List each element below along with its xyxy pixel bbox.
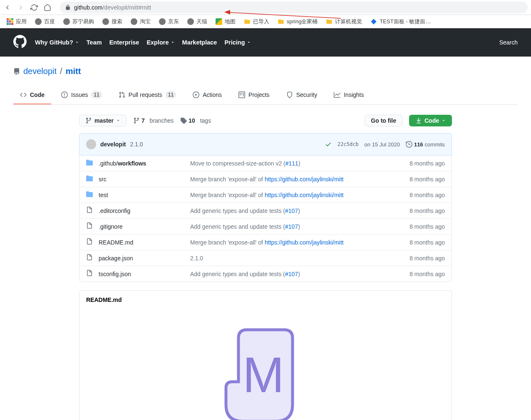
file-link[interactable]: .gitignore <box>99 223 190 230</box>
repo-icon <box>13 68 20 75</box>
file-icon <box>86 254 93 262</box>
file-row: .github/workflowsMove to compressed-size… <box>79 156 452 171</box>
tags-link[interactable]: 10 tags <box>180 117 211 124</box>
mitt-logo: M <box>222 326 309 420</box>
commits-link[interactable]: 116 commits <box>406 141 445 148</box>
browser-toolbar: github.com/developit/mitt#mitt <box>0 0 531 15</box>
avatar[interactable] <box>86 139 96 149</box>
repo-link[interactable]: mitt <box>66 67 81 76</box>
file-row: package.json2.1.08 months ago <box>79 250 452 266</box>
file-time: 8 months ago <box>409 176 445 183</box>
bookmark-item[interactable]: 京东 <box>156 16 182 27</box>
bookmark-item[interactable]: 天猫 <box>184 16 211 27</box>
back-button[interactable] <box>3 3 12 12</box>
history-icon <box>406 141 412 148</box>
readme-box: README.md M s://blog.c <box>79 290 452 420</box>
file-navigation: master 7 branches 10 tags Go to file Cod… <box>79 115 452 126</box>
tab-actions[interactable]: Actions <box>186 86 228 104</box>
nav-item[interactable]: Team <box>87 39 102 46</box>
commit-msg-link[interactable]: Move to compressed-size-action v2 (#111) <box>190 160 409 167</box>
nav-item[interactable]: Marketplace <box>182 39 217 46</box>
commit-msg-link[interactable]: Merge branch 'expose-all' of https://git… <box>190 239 409 246</box>
forward-button[interactable] <box>17 3 25 12</box>
url-host: github.com/developit/mitt#mitt <box>74 4 151 11</box>
download-icon <box>415 117 422 124</box>
commit-msg-link[interactable]: Merge branch 'expose-all' of https://git… <box>190 176 409 183</box>
commit-msg-link[interactable]: 2.1.0 <box>190 255 409 262</box>
tab-insights[interactable]: Insights <box>327 86 370 104</box>
bookmark-item[interactable]: 计算机视觉 <box>323 16 365 27</box>
bookmark-item[interactable]: 搜索 <box>99 16 126 27</box>
nav-item[interactable]: Enterprise <box>109 39 139 46</box>
branch-icon <box>85 117 92 124</box>
bookmark-item[interactable]: 已导入 <box>241 16 273 27</box>
file-time: 8 months ago <box>409 255 445 262</box>
file-link[interactable]: .editorconfig <box>99 208 190 214</box>
bookmark-item[interactable]: spring全家桶 <box>274 16 321 27</box>
bookmark-item[interactable]: 百度 <box>32 16 58 27</box>
folder-icon <box>86 191 93 199</box>
file-time: 8 months ago <box>409 208 445 214</box>
code-download-button[interactable]: Code <box>409 115 452 126</box>
tab-pull-requests[interactable]: Pull requests11 <box>112 86 183 104</box>
file-tree: .github/workflowsMove to compressed-size… <box>79 156 452 282</box>
file-icon <box>86 238 93 246</box>
readme-title: README.md <box>79 291 452 309</box>
repo-content: master 7 branches 10 tags Go to file Cod… <box>79 105 452 420</box>
bookmark-item[interactable]: 应用 <box>3 16 30 27</box>
svg-marker-1 <box>224 10 230 15</box>
repo-tabs: CodeIssues11Pull requests11ActionsProjec… <box>13 86 518 105</box>
tag-icon <box>180 117 187 124</box>
nav-item[interactable]: Pricing <box>224 39 251 46</box>
branches-link[interactable]: 7 branches <box>133 117 174 124</box>
file-row: testMerge branch 'expose-all' of https:/… <box>79 187 452 203</box>
bookmark-item[interactable]: 苏宁易购 <box>60 16 97 27</box>
bookmark-item[interactable]: 地图 <box>212 16 239 27</box>
tab-security[interactable]: Security <box>280 86 324 104</box>
commit-hash[interactable]: 22c5dcb <box>337 141 359 147</box>
file-icon <box>86 270 93 278</box>
nav-item[interactable]: Explore <box>146 39 174 46</box>
file-link[interactable]: tsconfig.json <box>99 271 190 277</box>
github-nav: Why GitHub?TeamEnterpriseExploreMarketpl… <box>35 39 499 46</box>
file-link[interactable]: src <box>99 176 190 183</box>
repo-title: developit / mitt <box>13 67 518 76</box>
address-bar[interactable]: github.com/developit/mitt#mitt <box>60 2 528 13</box>
file-link[interactable]: .github/workflows <box>99 160 190 167</box>
repo-head: developit / mitt CodeIssues11Pull reques… <box>0 57 531 105</box>
commit-msg-link[interactable]: Add generic types and update tests (#107… <box>190 223 409 230</box>
file-row: tsconfig.jsonAdd generic types and updat… <box>79 266 452 282</box>
search-link[interactable]: Search <box>499 39 518 46</box>
file-time: 8 months ago <box>409 192 445 198</box>
file-time: 8 months ago <box>409 239 445 246</box>
folder-icon <box>86 175 93 183</box>
file-icon <box>86 207 93 215</box>
tab-code[interactable]: Code <box>13 86 51 104</box>
tab-issues[interactable]: Issues11 <box>55 86 109 104</box>
file-row: .editorconfigAdd generic types and updat… <box>79 203 452 218</box>
commit-date: on 15 Jul 2020 <box>365 141 400 148</box>
file-time: 8 months ago <box>409 271 445 277</box>
file-link[interactable]: test <box>99 192 190 198</box>
nav-item[interactable]: Why GitHub? <box>35 39 79 46</box>
tab-projects[interactable]: Projects <box>232 86 276 104</box>
commit-msg-link[interactable]: Merge branch 'expose-all' of https://git… <box>190 192 409 198</box>
bookmark-item[interactable]: 淘宝 <box>127 16 154 27</box>
github-logo[interactable] <box>13 35 27 50</box>
reload-button[interactable] <box>30 3 38 12</box>
home-button[interactable] <box>43 3 52 12</box>
goto-file-button[interactable]: Go to file <box>365 115 402 126</box>
commit-message[interactable]: 2.1.0 <box>130 141 143 148</box>
branch-button[interactable]: master <box>79 115 127 126</box>
file-link[interactable]: package.json <box>99 255 190 262</box>
bookmarks-bar: 应用百度苏宁易购搜索淘宝京东天猫地图已导入spring全家桶计算机视觉TEST面… <box>0 15 531 28</box>
commit-msg-link[interactable]: Add generic types and update tests (#107… <box>190 208 409 214</box>
commit-msg-link[interactable]: Add generic types and update tests (#107… <box>190 271 409 277</box>
bookmark-item[interactable]: TEST面板 - 敏捷面… <box>367 16 434 27</box>
file-row: .gitignoreAdd generic types and update t… <box>79 218 452 234</box>
commit-author[interactable]: developit <box>100 141 126 148</box>
file-link[interactable]: README.md <box>99 239 190 246</box>
file-icon <box>86 222 93 230</box>
chevron-down-icon <box>442 119 446 123</box>
owner-link[interactable]: developit <box>23 67 57 76</box>
